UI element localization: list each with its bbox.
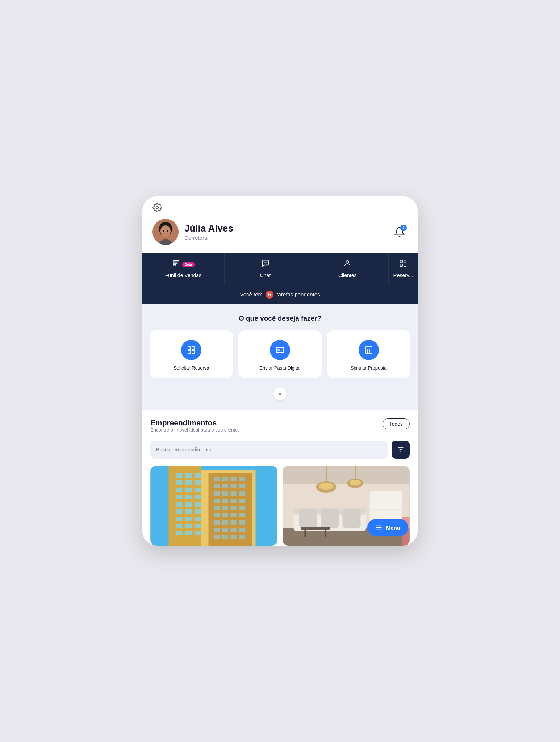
svg-rect-69: [239, 484, 245, 488]
svg-rect-39: [185, 480, 192, 485]
svg-rect-114: [301, 527, 330, 530]
svg-rect-58: [195, 524, 201, 528]
svg-point-4: [163, 230, 164, 232]
tab-funil-label: Funil de Vendas: [165, 272, 201, 278]
svg-rect-36: [185, 473, 192, 478]
chevron-row: [150, 384, 410, 406]
header: Júlia Alves Corretora 2: [142, 196, 418, 253]
svg-rect-63: [222, 477, 228, 481]
svg-rect-47: [176, 502, 183, 507]
chevron-down-icon: [277, 391, 283, 397]
svg-rect-94: [214, 535, 220, 539]
menu-fab-label: Menu: [386, 525, 400, 531]
svg-rect-17: [192, 351, 195, 353]
settings-icon[interactable]: [152, 203, 162, 214]
svg-rect-57: [185, 524, 192, 528]
svg-rect-37: [195, 473, 201, 478]
svg-rect-45: [185, 495, 192, 499]
svg-rect-59: [176, 531, 183, 535]
svg-rect-73: [239, 491, 245, 496]
svg-point-9: [346, 261, 349, 263]
svg-rect-115: [305, 530, 306, 537]
tab-clientes[interactable]: Clientes: [306, 253, 389, 285]
action-pasta[interactable]: Enviar Pasta Digital: [238, 330, 322, 378]
svg-rect-56: [176, 524, 183, 528]
svg-rect-67: [222, 484, 228, 488]
tab-reservas-label: Reserv...: [393, 272, 413, 278]
action-solicitar[interactable]: Solicitar Reserva: [150, 330, 233, 378]
svg-rect-75: [222, 499, 228, 503]
empreend-header: Empreendimentos Encontre o imóvel ideal …: [150, 418, 410, 439]
chat-icon: [262, 259, 269, 270]
search-input[interactable]: [156, 447, 382, 453]
svg-rect-79: [222, 506, 228, 510]
svg-rect-53: [176, 517, 183, 521]
notification-badge: 2: [400, 225, 407, 231]
svg-point-0: [156, 207, 159, 209]
svg-rect-90: [214, 528, 220, 532]
svg-rect-85: [239, 513, 245, 517]
svg-rect-71: [222, 491, 228, 496]
svg-rect-50: [176, 509, 183, 514]
empreend-subtitle: Encontre o imóvel ideal para o seu clien…: [150, 427, 239, 433]
menu-fab-button[interactable]: Menu: [367, 519, 408, 536]
svg-rect-35: [176, 473, 183, 478]
svg-rect-93: [239, 528, 245, 532]
tab-chat-label: Chat: [260, 272, 271, 278]
task-banner: Você tem 5 tarefas pendentes: [142, 285, 418, 304]
svg-rect-80: [231, 506, 237, 510]
pasta-icon-circle: [270, 340, 290, 360]
todos-button[interactable]: Todos: [383, 418, 410, 429]
empreendimentos-section: Empreendimentos Encontre o imóvel ideal …: [142, 410, 418, 546]
svg-rect-42: [185, 488, 192, 492]
profile-role: Corretora: [184, 235, 233, 241]
filter-button[interactable]: [392, 441, 410, 459]
svg-point-19: [278, 349, 280, 351]
svg-rect-111: [343, 509, 361, 528]
expand-button[interactable]: [273, 387, 287, 400]
action-simular[interactable]: Simular Proposta: [327, 330, 410, 378]
svg-rect-109: [299, 509, 317, 528]
svg-rect-13: [404, 264, 406, 266]
svg-rect-72: [231, 491, 237, 496]
svg-rect-99: [283, 466, 410, 484]
simular-icon: [364, 346, 373, 354]
svg-rect-116: [325, 530, 326, 537]
tab-funil[interactable]: Beta Funil de Vendas: [142, 253, 225, 285]
empreend-title: Empreendimentos: [150, 418, 239, 427]
svg-rect-23: [365, 347, 372, 353]
svg-rect-76: [231, 499, 237, 503]
solicitar-icon-circle: [181, 340, 201, 360]
svg-rect-68: [231, 484, 237, 488]
property-card-building[interactable]: [150, 466, 277, 546]
svg-rect-64: [231, 477, 237, 481]
svg-rect-38: [176, 480, 183, 485]
tab-chat[interactable]: Chat: [225, 253, 307, 285]
funil-icon: [172, 259, 180, 270]
svg-point-102: [319, 483, 334, 490]
svg-rect-83: [222, 513, 228, 517]
svg-rect-46: [195, 495, 201, 499]
tab-reservas[interactable]: Reserv...: [389, 253, 418, 285]
svg-rect-60: [185, 531, 192, 535]
svg-rect-78: [214, 506, 220, 510]
task-count: 5: [266, 291, 273, 299]
svg-rect-95: [222, 535, 228, 539]
svg-rect-44: [176, 495, 183, 499]
svg-point-5: [167, 230, 168, 232]
notification-bell[interactable]: 2: [392, 224, 408, 240]
svg-rect-87: [222, 520, 228, 525]
svg-rect-12: [400, 264, 402, 266]
svg-rect-7: [173, 263, 177, 264]
clientes-icon: [343, 259, 351, 270]
svg-rect-97: [239, 535, 245, 539]
svg-rect-96: [231, 535, 237, 539]
svg-rect-52: [195, 509, 201, 514]
reservas-icon: [399, 259, 407, 270]
svg-rect-66: [214, 484, 220, 488]
svg-rect-86: [214, 520, 220, 525]
svg-rect-91: [222, 528, 228, 532]
empreend-title-block: Empreendimentos Encontre o imóvel ideal …: [150, 418, 239, 439]
svg-rect-14: [188, 347, 191, 349]
profile-name: Júlia Alves: [184, 223, 233, 234]
